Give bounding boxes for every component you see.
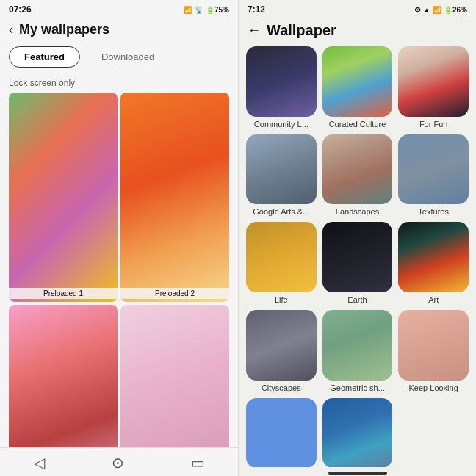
thumb-label-w2: Preloaded 2 (120, 288, 229, 299)
page-title-left: My wallpapers (19, 22, 109, 37)
category-label-art: Art (428, 295, 439, 304)
categories-scroll: Community L... Curated Culture For Fun G… (239, 46, 476, 467)
category-thumb-curated (322, 46, 393, 117)
lock-grid: Preloaded 1 Preloaded 2 Video Video (0, 93, 238, 447)
nav-home-icon[interactable]: ⊙ (112, 454, 124, 472)
nav-back-icon[interactable]: ◁ (34, 454, 45, 472)
bottom-indicator (328, 472, 387, 475)
status-bar-left: 07:26 📶 📡 🔋75% (0, 0, 238, 18)
back-button-right[interactable]: ← (248, 23, 261, 38)
signal-icon-right: 📶 (433, 6, 441, 14)
tab-downloaded[interactable]: Downloaded (86, 46, 170, 68)
category-thumb-cityscapes (246, 310, 317, 381)
left-scroll: Lock screen only Preloaded 1 Preloaded 2… (0, 75, 238, 447)
wallpaper-thumb-w2[interactable]: Preloaded 2 (120, 93, 229, 302)
category-thumb-seascapes (322, 398, 393, 467)
status-icons-right: ⚙ ▲ 📶 🔋26% (414, 6, 467, 14)
category-thumb-earth (322, 222, 393, 292)
category-solidcolors[interactable]: Solid colors (246, 398, 317, 467)
thumb-label-w1: Preloaded 1 (9, 288, 118, 299)
lock-section-label: Lock screen only (0, 75, 238, 93)
signal-icon: 📡 (195, 6, 203, 14)
wifi-icon: 📶 (184, 6, 192, 14)
header-left: ‹ My wallpapers (0, 18, 238, 43)
category-cityscapes[interactable]: Cityscapes (246, 310, 317, 392)
category-thumb-geometric (322, 310, 393, 381)
page-title-right: Wallpaper (267, 22, 336, 39)
wallpaper-thumb-w1[interactable]: Preloaded 1 (9, 93, 118, 302)
category-community[interactable]: Community L... (246, 46, 317, 129)
time-left: 07:26 (9, 4, 32, 15)
back-button-left[interactable]: ‹ (9, 22, 13, 37)
category-thumb-life (246, 222, 317, 292)
category-arts[interactable]: Google Arts &... (246, 134, 317, 217)
category-label-life: Life (275, 295, 288, 304)
category-thumb-solidcolors (246, 398, 317, 467)
category-label-forfun: For Fun (419, 120, 448, 129)
category-thumb-keeplooking (398, 310, 469, 381)
category-thumb-community (246, 46, 317, 117)
category-geometric[interactable]: Geometric sh... (322, 310, 393, 392)
category-thumb-art (398, 222, 469, 292)
category-landscapes[interactable]: Landscapes (322, 134, 393, 217)
right-panel: 7:12 ⚙ ▲ 📶 🔋26% ← Wallpaper Community L.… (238, 0, 476, 476)
gear-icon: ⚙ (414, 6, 421, 14)
bottom-bar-right (239, 467, 476, 476)
category-label-geometric: Geometric sh... (330, 383, 385, 392)
category-art[interactable]: Art (398, 222, 469, 304)
battery-icon: 🔋75% (206, 6, 229, 14)
category-earth[interactable]: Earth (322, 222, 393, 304)
status-icons-left: 📶 📡 🔋75% (184, 6, 229, 14)
header-right: ← Wallpaper (239, 18, 476, 46)
category-forfun[interactable]: For Fun (398, 46, 469, 129)
category-textures[interactable]: Textures (398, 134, 469, 217)
category-label-landscapes: Landscapes (336, 207, 379, 216)
category-thumb-textures (398, 134, 469, 205)
category-thumb-arts (246, 134, 317, 205)
category-label-textures: Textures (418, 207, 449, 216)
category-label-arts: Google Arts &... (253, 207, 309, 216)
nav-bar-left: ◁ ⊙ ▭ (0, 447, 238, 476)
left-panel: 07:26 📶 📡 🔋75% ‹ My wallpapers Featured … (0, 0, 238, 476)
tab-row: Featured Downloaded (0, 43, 238, 75)
category-seascapes[interactable]: Seascapes (322, 398, 393, 467)
category-label-community: Community L... (254, 120, 309, 129)
time-right: 7:12 (248, 4, 265, 15)
wifi-icon-right: ▲ (423, 6, 430, 14)
wallpaper-thumb-w3[interactable]: Video (9, 305, 118, 447)
categories-grid: Community L... Curated Culture For Fun G… (246, 46, 469, 467)
category-thumb-landscapes (322, 134, 393, 205)
battery-icon-right: 🔋26% (444, 6, 467, 14)
tab-featured[interactable]: Featured (9, 46, 80, 68)
category-label-keeplooking: Keep Looking (409, 383, 458, 392)
wallpaper-thumb-w4[interactable]: Video (120, 305, 229, 447)
category-life[interactable]: Life (246, 222, 317, 304)
category-curated[interactable]: Curated Culture (322, 46, 393, 129)
category-label-earth: Earth (347, 295, 367, 304)
nav-recents-icon[interactable]: ▭ (191, 454, 205, 472)
status-bar-right: 7:12 ⚙ ▲ 📶 🔋26% (239, 0, 476, 18)
category-label-cityscapes: Cityscapes (262, 383, 301, 392)
category-label-curated: Curated Culture (329, 120, 386, 129)
category-thumb-forfun (398, 46, 469, 117)
category-keeplooking[interactable]: Keep Looking (398, 310, 469, 392)
